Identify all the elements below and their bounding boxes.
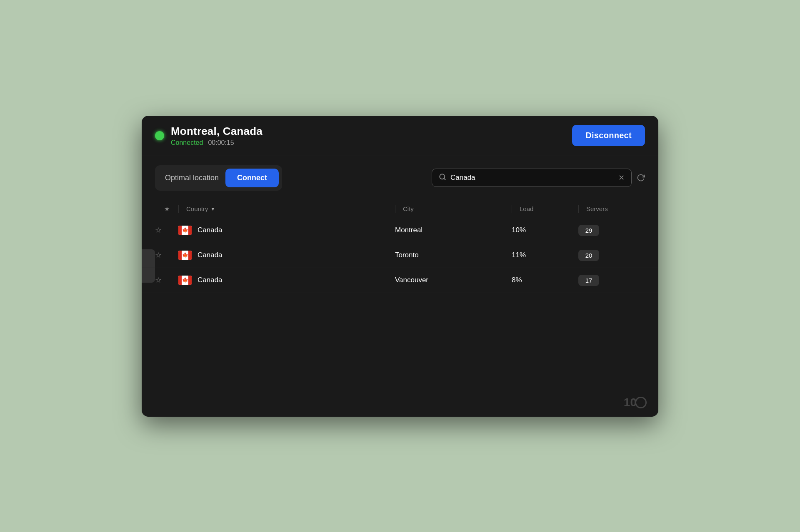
- app-window: Montreal, Canada Connected 00:00:15 Disc…: [142, 116, 658, 417]
- favorite-cell-1: ☆: [155, 226, 178, 235]
- load-cell-3: 8%: [512, 276, 578, 284]
- clear-search-button[interactable]: ✕: [618, 173, 625, 182]
- flag-canada-2: 🍁: [178, 251, 192, 260]
- logo-circle-icon: [635, 397, 647, 408]
- servers-cell-2: 20: [578, 250, 645, 261]
- servers-cell-1: 29: [578, 225, 645, 236]
- connection-location: Montreal, Canada: [171, 125, 262, 138]
- optimal-bar: Optimal location Connect ✕: [142, 156, 658, 200]
- favorite-button-2[interactable]: ☆: [155, 251, 162, 260]
- favorite-cell-3: ☆: [155, 276, 178, 285]
- connection-status: Connected 00:00:15: [171, 139, 262, 147]
- servers-badge-2: 20: [578, 250, 599, 261]
- favorite-cell-2: ☆: [155, 251, 178, 260]
- city-cell-2: Toronto: [395, 251, 512, 259]
- search-box: ✕: [432, 169, 632, 187]
- table-row[interactable]: ☆ 🍁 Canada Toronto 11% 20: [142, 243, 658, 268]
- country-name-2: Canada: [198, 251, 222, 259]
- divider: [395, 205, 395, 213]
- connect-button[interactable]: Connect: [225, 169, 279, 187]
- table-row[interactable]: ☆ 🍁 Canada Montreal 10% 29: [142, 218, 658, 243]
- th-load: Load: [512, 205, 578, 213]
- servers-cell-3: 17: [578, 275, 645, 286]
- connection-info: Montreal, Canada Connected 00:00:15: [171, 125, 262, 147]
- star-header-icon: ★: [164, 205, 170, 213]
- th-favorites: ★: [155, 205, 178, 213]
- divider: [512, 205, 512, 213]
- country-name-3: Canada: [198, 276, 222, 284]
- divider: [178, 205, 179, 213]
- refresh-button[interactable]: [637, 174, 645, 182]
- divider: [578, 205, 579, 213]
- country-cell-1: 🍁 Canada: [178, 226, 395, 235]
- status-dot: [155, 131, 164, 140]
- table-row[interactable]: ☆ 🍁 Canada Vancouver 8% 17: [142, 268, 658, 293]
- th-servers: Servers: [578, 205, 645, 213]
- optimal-label: Optimal location: [165, 174, 219, 182]
- load-cell-2: 11%: [512, 251, 578, 259]
- load-cell-1: 10%: [512, 226, 578, 234]
- search-input[interactable]: [450, 174, 614, 182]
- servers-badge-1: 29: [578, 225, 599, 236]
- table-body: ☆ 🍁 Canada Montreal 10% 29: [142, 218, 658, 293]
- th-country[interactable]: Country ▼: [178, 205, 395, 213]
- optimal-section: Optimal location Connect: [155, 165, 282, 191]
- favorite-button-1[interactable]: ☆: [155, 226, 162, 235]
- table-header: ★ Country ▼ City Load Servers: [142, 200, 658, 218]
- flag-canada-1: 🍁: [178, 226, 192, 235]
- connected-label: Connected: [171, 139, 203, 147]
- country-cell-3: 🍁 Canada: [178, 276, 395, 285]
- sort-arrow-icon: ▼: [211, 206, 215, 211]
- servers-badge-3: 17: [578, 275, 599, 286]
- flag-canada-3: 🍁: [178, 276, 192, 285]
- disconnect-button[interactable]: Disconnect: [572, 125, 645, 146]
- search-icon: [439, 173, 446, 182]
- city-cell-1: Montreal: [395, 226, 512, 234]
- favorite-button-3[interactable]: ☆: [155, 276, 162, 285]
- content-area: ★ Country ▼ City Load Servers: [142, 200, 658, 417]
- search-section: ✕: [432, 169, 645, 187]
- connection-timer: 00:00:15: [208, 139, 234, 147]
- svg-line-1: [444, 178, 445, 179]
- server-table: ★ Country ▼ City Load Servers: [142, 200, 658, 293]
- city-cell-3: Vancouver: [395, 276, 512, 284]
- th-city: City: [395, 205, 512, 213]
- country-cell-2: 🍁 Canada: [178, 251, 395, 260]
- bottom-logo: 10: [624, 396, 647, 409]
- header: Montreal, Canada Connected 00:00:15 Disc…: [142, 116, 658, 156]
- header-left: Montreal, Canada Connected 00:00:15: [155, 125, 262, 147]
- country-name-1: Canada: [198, 226, 222, 234]
